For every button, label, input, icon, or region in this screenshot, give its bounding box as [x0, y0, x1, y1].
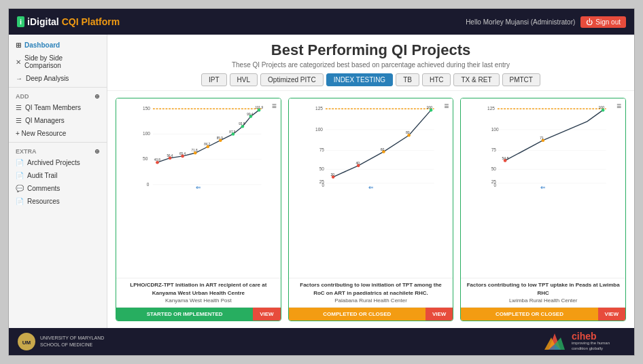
card-1-view-button[interactable]: VIEW [253, 308, 280, 321]
card-3-view-button[interactable]: VIEW [598, 308, 625, 321]
svg-text:99.4: 99.4 [247, 113, 253, 116]
card-1-menu[interactable]: ≡ [272, 101, 277, 111]
filter-tab-htc[interactable]: HTC [422, 73, 451, 86]
sidebar-item-comments[interactable]: 💬 Comments [9, 182, 107, 195]
svg-text:0: 0 [494, 183, 497, 187]
logo-text: iDigital CQI Platform [27, 16, 120, 27]
card-1-status-button[interactable]: STARTED OR IMPLEMENTED [116, 308, 253, 321]
signout-button[interactable]: ⏻ Sign out [580, 16, 626, 28]
card-1-facility: Kanyama West Health Post [122, 297, 275, 304]
sidebar-item-label: Archived Projects [27, 159, 80, 166]
card-3: ≡ 125 100 75 50 25 0 [460, 98, 626, 321]
svg-text:⇐: ⇐ [540, 184, 546, 191]
ciheb-tagline: improving the human condition globally [572, 341, 626, 352]
comments-icon: 💬 [16, 185, 24, 192]
sidebar-item-qi-managers[interactable]: ☰ QI Managers [9, 114, 107, 127]
dashboard-icon: ⊞ [16, 41, 21, 49]
filter-tab-tb[interactable]: TB [396, 73, 419, 86]
sidebar-item-new-resource[interactable]: + New Resource [9, 127, 107, 140]
sidebar-extra-section: EXTRA ⊕ [9, 145, 107, 156]
svg-text:60: 60 [380, 147, 384, 151]
svg-text:54.8: 54.8 [502, 156, 509, 160]
svg-text:87.9: 87.9 [229, 130, 235, 134]
arrow-icon: → [16, 75, 22, 82]
sidebar-item-label: Resources [27, 198, 60, 205]
card-2-footer: COMPLETED OR CLOSED VIEW [289, 307, 453, 321]
card-3-facility: Lwimba Rural Health Center [466, 297, 620, 304]
filter-tab-optimized-pitc[interactable]: Optimized PITC [260, 73, 324, 86]
archive-icon: 📄 [16, 159, 24, 166]
logo: i iDigital CQI Platform [17, 16, 120, 27]
card-3-status-button[interactable]: COMPLETED OR CLOSED [461, 308, 597, 321]
card-3-menu[interactable]: ≡ [616, 101, 621, 111]
sidebar-item-label: + New Resource [16, 130, 66, 137]
sidebar-item-qi-team[interactable]: ☰ QI Team Members [9, 101, 107, 114]
svg-text:56.4: 56.4 [167, 154, 173, 158]
svg-text:⇐: ⇐ [196, 184, 201, 191]
svg-text:100: 100 [599, 105, 605, 109]
logo-icon: i [17, 16, 24, 27]
sidebar-item-label: Audit Trail [27, 172, 57, 179]
ciheb-name: ciheb [572, 331, 626, 341]
sidebar-item-resources[interactable]: 📄 Resources [9, 195, 107, 208]
card-2-view-button[interactable]: VIEW [425, 308, 453, 321]
svg-text:150: 150 [143, 106, 150, 111]
sidebar-item-audit[interactable]: 📄 Audit Trail [9, 169, 107, 182]
card-2-status-button[interactable]: COMPLETED OR CLOSED [289, 308, 425, 321]
card-2-info: Factors contributing to low initiation o… [289, 278, 453, 307]
sidebar-item-label: Dashboard [24, 41, 60, 49]
sidebar-item-deep-analysis[interactable]: → Deep Analysis [9, 72, 107, 85]
sidebar-item-label: Side by Side Comparison [24, 54, 100, 69]
main-layout: ⊞ Dashboard ✕ Side by Side Comparison → … [9, 35, 634, 328]
svg-text:101.9: 101.9 [255, 106, 263, 109]
main-content: Best Performing QI Projects These QI Pro… [107, 35, 634, 328]
filter-tab-pmtct[interactable]: PMTCT [502, 73, 540, 86]
svg-text:50: 50 [143, 156, 148, 161]
svg-text:93.8: 93.8 [239, 122, 245, 126]
filter-tab-index-testing[interactable]: INDEX TESTING [326, 73, 394, 86]
sidebar-item-side-by-side[interactable]: ✕ Side by Side Comparison [9, 52, 107, 72]
svg-text:71: 71 [540, 136, 544, 140]
svg-text:0: 0 [147, 182, 150, 187]
divider2 [9, 142, 107, 143]
extra-section-plus[interactable]: ⊕ [94, 148, 100, 155]
card-1: ≡ 150 100 50 0 [116, 98, 281, 321]
card-2-svg: 125 100 75 50 25 0 [294, 103, 448, 191]
sidebar-item-dashboard[interactable]: ⊞ Dashboard [9, 39, 107, 52]
sidebar-add-section: ADD ⊕ [9, 90, 107, 101]
svg-text:65.4: 65.4 [179, 152, 186, 156]
svg-text:125: 125 [487, 106, 495, 111]
extra-section-label: EXTRA [16, 148, 37, 155]
sidebar-item-label: Deep Analysis [26, 75, 69, 82]
card-1-svg: 150 100 50 0 [122, 103, 275, 191]
svg-text:125: 125 [315, 106, 323, 111]
ciheb-graphic-icon [542, 331, 568, 352]
svg-text:50: 50 [319, 166, 324, 171]
ciheb-text: ciheb improving the human condition glob… [572, 331, 626, 352]
card-1-project-name: LPHO/CDRZ-TPT Initiation in ART recipien… [122, 281, 275, 296]
card-2-menu[interactable]: ≡ [444, 101, 449, 111]
svg-text:71.8: 71.8 [192, 149, 198, 152]
filter-tab-tx-ret[interactable]: TX & RET [453, 73, 499, 86]
cards-area: ≡ 150 100 50 0 [107, 91, 634, 328]
close-icon: ✕ [16, 58, 21, 66]
filter-tabs: IPT HVL Optimized PITC INDEX TESTING TB … [121, 73, 621, 86]
card-2-project-name: Factors contributing to low initiation o… [294, 281, 448, 296]
sidebar-item-archived[interactable]: 📄 Archived Projects [9, 156, 107, 169]
card-1-chart: ≡ 150 100 50 0 [116, 98, 281, 278]
svg-text:UM: UM [22, 340, 31, 346]
filter-tab-hvl[interactable]: HVL [230, 73, 258, 86]
hello-text: Hello Morley Mujansi (Administrator) [466, 18, 575, 26]
filter-tab-ipt[interactable]: IPT [201, 73, 227, 86]
svg-text:100: 100 [491, 127, 499, 132]
power-icon: ⏻ [586, 18, 593, 26]
svg-text:84.2: 84.2 [204, 143, 210, 146]
page-subtitle: These QI Projects are categorized best b… [121, 61, 621, 69]
card-2-chart: ≡ 125 100 75 50 25 0 [289, 98, 453, 278]
svg-text:80: 80 [406, 130, 410, 134]
top-nav: i iDigital CQI Platform Hello Morley Muj… [9, 9, 634, 35]
page-title: Best Performing QI Projects [121, 41, 621, 59]
footer-left: UM UNIVERSITY of MARYLAND SCHOOL OF MEDI… [17, 332, 104, 351]
sidebar-item-label: Comments [27, 185, 60, 192]
add-section-plus[interactable]: ⊕ [94, 93, 100, 100]
